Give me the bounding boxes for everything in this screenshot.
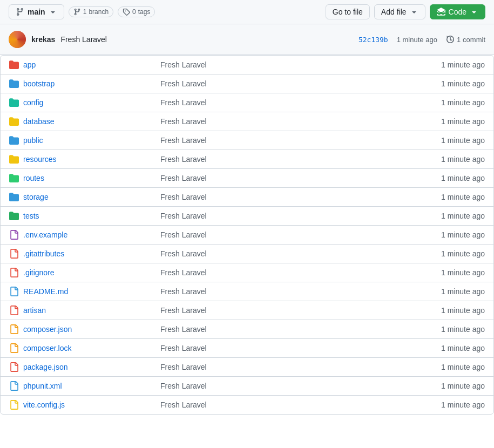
file-commit-message: Fresh Laravel [160, 249, 207, 258]
avatar [9, 31, 26, 48]
file-name-cell: app [1, 56, 152, 74]
add-file-button[interactable]: Add file [374, 4, 425, 19]
tag-icon [123, 8, 130, 16]
commit-meta: 52c139b 1 minute ago 1 commit [358, 35, 485, 44]
branch-selector[interactable]: main [9, 4, 64, 19]
file-time-cell: 1 minute ago [407, 382, 493, 390]
file-name-cell: phpunit.xml [1, 377, 152, 395]
branch-label: main [28, 8, 45, 16]
file-commit-message: Fresh Laravel [160, 325, 207, 334]
file-name-cell: storage [1, 188, 152, 206]
file-name-cell: routes [1, 169, 152, 187]
branch-count-icon [73, 8, 81, 16]
table-row: resources Fresh Laravel 1 minute ago [1, 150, 493, 169]
file-commit-message: Fresh Laravel [160, 212, 207, 220]
commit-hash[interactable]: 52c139b [358, 36, 388, 44]
folder-red-icon [9, 60, 19, 70]
file-name[interactable]: composer.lock [23, 344, 71, 352]
file-message-cell: Fresh Laravel [152, 188, 407, 206]
file-git-red-icon [9, 249, 19, 259]
file-npm-icon [9, 362, 19, 372]
file-commit-message: Fresh Laravel [160, 382, 207, 390]
file-name[interactable]: README.md [23, 287, 68, 296]
file-name[interactable]: bootstrap [23, 79, 55, 88]
file-name-cell: bootstrap [1, 74, 152, 93]
file-message-cell: Fresh Laravel [152, 245, 407, 262]
tag-count: 0 [132, 8, 136, 16]
file-commit-message: Fresh Laravel [160, 268, 207, 277]
table-row: phpunit.xml Fresh Laravel 1 minute ago [1, 377, 493, 396]
file-name[interactable]: .gitignore [23, 268, 55, 277]
table-row: package.json Fresh Laravel 1 minute ago [1, 358, 493, 377]
file-name-cell: composer.lock [1, 339, 152, 357]
file-name[interactable]: .env.example [23, 230, 67, 239]
file-name[interactable]: artisan [23, 306, 46, 315]
file-time-cell: 1 minute ago [407, 212, 493, 220]
folder-blue-2-icon [9, 192, 19, 202]
go-to-file-button[interactable]: Go to file [326, 4, 370, 19]
table-row: bootstrap Fresh Laravel 1 minute ago [1, 74, 493, 93]
file-message-cell: Fresh Laravel [152, 151, 407, 168]
file-commit-message: Fresh Laravel [160, 79, 207, 88]
file-name-cell: resources [1, 150, 152, 168]
branch-count-pill[interactable]: 1 branch [69, 6, 113, 17]
file-time-cell: 1 minute ago [407, 363, 493, 371]
file-commit-message: Fresh Laravel [160, 401, 207, 409]
file-time-cell: 1 minute ago [407, 344, 493, 352]
file-commit-message: Fresh Laravel [160, 306, 207, 315]
file-commit-message: Fresh Laravel [160, 98, 207, 107]
file-name-cell: .gitignore [1, 263, 152, 282]
file-time-cell: 1 minute ago [407, 249, 493, 258]
toolbar-left: main 1 branch 0 tags [9, 4, 155, 19]
file-name[interactable]: storage [23, 193, 49, 201]
chevron-down-icon [410, 8, 418, 16]
file-git-red2-icon [9, 268, 19, 277]
file-name-cell: vite.config.js [1, 396, 152, 414]
tag-count-pill[interactable]: 0 tags [118, 6, 155, 17]
file-name[interactable]: resources [23, 155, 56, 164]
file-name[interactable]: config [23, 98, 43, 107]
table-row: config Fresh Laravel 1 minute ago [1, 93, 493, 112]
file-time-cell: 1 minute ago [407, 325, 493, 334]
file-table: app Fresh Laravel 1 minute ago bootstrap… [0, 55, 494, 415]
table-row: composer.json Fresh Laravel 1 minute ago [1, 320, 493, 339]
file-composer2-icon [9, 343, 19, 353]
file-name-cell: database [1, 112, 152, 131]
code-button[interactable]: Code [430, 4, 485, 19]
commit-time: 1 minute ago [397, 36, 437, 44]
file-commit-message: Fresh Laravel [160, 155, 207, 164]
commit-count-link[interactable]: 1 commit [446, 35, 485, 44]
file-name[interactable]: routes [23, 174, 44, 182]
table-row: app Fresh Laravel 1 minute ago [1, 56, 493, 74]
file-name-cell: public [1, 131, 152, 150]
file-env-icon [9, 230, 19, 240]
toolbar-right: Go to file Add file Code [326, 4, 485, 19]
file-name[interactable]: public [23, 136, 43, 145]
file-name[interactable]: tests [23, 212, 39, 220]
file-info-icon [9, 287, 19, 296]
folder-teal-icon [9, 98, 19, 107]
file-name[interactable]: package.json [23, 363, 68, 371]
file-message-cell: Fresh Laravel [152, 396, 407, 413]
file-time-cell: 1 minute ago [407, 174, 493, 182]
file-name[interactable]: .gitattributes [23, 249, 64, 258]
file-commit-message: Fresh Laravel [160, 117, 207, 126]
folder-yellow-icon [9, 154, 19, 164]
file-name[interactable]: vite.config.js [23, 401, 65, 409]
file-time-cell: 1 minute ago [407, 287, 493, 296]
file-message-cell: Fresh Laravel [152, 226, 407, 243]
file-name-cell: .env.example [1, 226, 152, 244]
author-name[interactable]: krekas [31, 35, 55, 44]
table-row: database Fresh Laravel 1 minute ago [1, 112, 493, 131]
file-name[interactable]: phpunit.xml [23, 382, 62, 390]
file-name[interactable]: composer.json [23, 325, 72, 334]
commit-row: krekas Fresh Laravel 52c139b 1 minute ag… [0, 24, 494, 55]
file-name[interactable]: app [23, 60, 36, 69]
file-name[interactable]: database [23, 117, 55, 126]
table-row: routes Fresh Laravel 1 minute ago [1, 169, 493, 188]
commit-message: Fresh Laravel [60, 35, 107, 44]
file-name-cell: artisan [1, 301, 152, 320]
file-time-cell: 1 minute ago [407, 306, 493, 315]
file-time-cell: 1 minute ago [407, 79, 493, 88]
file-composer-icon [9, 324, 19, 334]
